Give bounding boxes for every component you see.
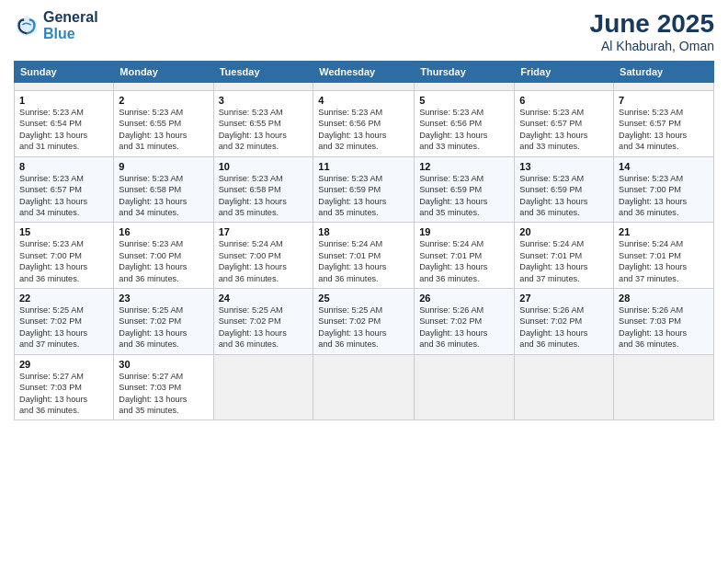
day-info: Sunrise: 5:23 AM Sunset: 6:58 PM Dayligh… (219, 173, 309, 219)
day-info: Sunrise: 5:23 AM Sunset: 6:59 PM Dayligh… (519, 173, 609, 219)
calendar-cell: 22Sunrise: 5:25 AM Sunset: 7:02 PM Dayli… (15, 289, 114, 355)
calendar-cell (614, 83, 714, 91)
calendar-cell: 12Sunrise: 5:23 AM Sunset: 6:59 PM Dayli… (415, 156, 515, 223)
calendar-cell (213, 354, 313, 420)
calendar-cell: 21Sunrise: 5:24 AM Sunset: 7:01 PM Dayli… (614, 223, 714, 289)
calendar-cell: 13Sunrise: 5:23 AM Sunset: 6:59 PM Dayli… (515, 156, 614, 223)
day-info: Sunrise: 5:24 AM Sunset: 7:00 PM Dayligh… (219, 238, 309, 284)
calendar-cell (415, 83, 515, 91)
day-number: 22 (19, 293, 108, 304)
calendar-cell: 3Sunrise: 5:23 AM Sunset: 6:55 PM Daylig… (213, 91, 313, 157)
day-info: Sunrise: 5:23 AM Sunset: 6:55 PM Dayligh… (219, 107, 309, 153)
day-info: Sunrise: 5:23 AM Sunset: 6:59 PM Dayligh… (419, 173, 509, 219)
day-info: Sunrise: 5:23 AM Sunset: 6:57 PM Dayligh… (619, 107, 709, 153)
calendar-cell: 10Sunrise: 5:23 AM Sunset: 6:58 PM Dayli… (213, 156, 313, 223)
calendar-cell: 23Sunrise: 5:25 AM Sunset: 7:02 PM Dayli… (114, 289, 213, 355)
day-number: 23 (119, 293, 208, 304)
calendar-cell: 16Sunrise: 5:23 AM Sunset: 7:00 PM Dayli… (114, 223, 213, 289)
day-info: Sunrise: 5:23 AM Sunset: 7:00 PM Dayligh… (619, 173, 709, 219)
calendar-cell: 17Sunrise: 5:24 AM Sunset: 7:00 PM Dayli… (213, 223, 313, 289)
day-info: Sunrise: 5:25 AM Sunset: 7:02 PM Dayligh… (318, 304, 409, 350)
day-info: Sunrise: 5:23 AM Sunset: 6:54 PM Dayligh… (19, 107, 108, 153)
day-info: Sunrise: 5:24 AM Sunset: 7:01 PM Dayligh… (619, 238, 709, 284)
day-number: 17 (219, 226, 309, 237)
calendar-cell (614, 354, 714, 420)
weekday-header-monday: Monday (114, 62, 213, 83)
day-number: 30 (119, 359, 208, 370)
calendar-cell (213, 83, 313, 91)
calendar-cell: 25Sunrise: 5:25 AM Sunset: 7:02 PM Dayli… (313, 289, 415, 355)
title-area: June 2025 Al Khaburah, Oman (590, 9, 714, 53)
main-title: June 2025 (590, 9, 714, 39)
subtitle: Al Khaburah, Oman (590, 39, 714, 53)
calendar-cell (415, 354, 515, 420)
day-number: 28 (619, 293, 709, 304)
day-info: Sunrise: 5:23 AM Sunset: 7:00 PM Dayligh… (19, 238, 108, 284)
calendar-cell (313, 83, 415, 91)
calendar-cell (515, 354, 614, 420)
day-number: 8 (19, 161, 108, 172)
day-number: 16 (119, 226, 208, 237)
calendar-cell: 18Sunrise: 5:24 AM Sunset: 7:01 PM Dayli… (313, 223, 415, 289)
calendar-cell: 9Sunrise: 5:23 AM Sunset: 6:58 PM Daylig… (114, 156, 213, 223)
day-info: Sunrise: 5:26 AM Sunset: 7:02 PM Dayligh… (519, 304, 609, 350)
day-number: 25 (318, 293, 409, 304)
day-number: 15 (19, 226, 108, 237)
day-number: 27 (519, 293, 609, 304)
day-number: 12 (419, 161, 509, 172)
day-number: 14 (619, 161, 709, 172)
calendar-cell: 14Sunrise: 5:23 AM Sunset: 7:00 PM Dayli… (614, 156, 714, 223)
day-number: 10 (219, 161, 309, 172)
day-info: Sunrise: 5:24 AM Sunset: 7:01 PM Dayligh… (519, 238, 609, 284)
weekday-header-thursday: Thursday (415, 62, 515, 83)
logo: General Blue (14, 9, 98, 42)
calendar-cell (15, 83, 114, 91)
day-info: Sunrise: 5:23 AM Sunset: 6:56 PM Dayligh… (419, 107, 509, 153)
day-info: Sunrise: 5:25 AM Sunset: 7:02 PM Dayligh… (119, 304, 208, 350)
calendar-cell: 27Sunrise: 5:26 AM Sunset: 7:02 PM Dayli… (515, 289, 614, 355)
day-number: 11 (318, 161, 409, 172)
day-info: Sunrise: 5:26 AM Sunset: 7:03 PM Dayligh… (619, 304, 709, 350)
calendar-cell: 29Sunrise: 5:27 AM Sunset: 7:03 PM Dayli… (15, 354, 114, 420)
day-info: Sunrise: 5:27 AM Sunset: 7:03 PM Dayligh… (19, 371, 108, 417)
day-number: 21 (619, 226, 709, 237)
day-info: Sunrise: 5:23 AM Sunset: 6:57 PM Dayligh… (19, 173, 108, 219)
weekday-header-saturday: Saturday (614, 62, 714, 83)
day-number: 2 (119, 95, 208, 106)
weekday-header-wednesday: Wednesday (313, 62, 415, 83)
day-number: 24 (219, 293, 309, 304)
header: General Blue June 2025 Al Khaburah, Oman (14, 9, 714, 53)
day-info: Sunrise: 5:24 AM Sunset: 7:01 PM Dayligh… (419, 238, 509, 284)
day-number: 7 (619, 95, 709, 106)
day-number: 18 (318, 226, 409, 237)
day-number: 26 (419, 293, 509, 304)
day-number: 20 (519, 226, 609, 237)
day-number: 13 (519, 161, 609, 172)
day-info: Sunrise: 5:23 AM Sunset: 6:59 PM Dayligh… (318, 173, 409, 219)
calendar-cell: 2Sunrise: 5:23 AM Sunset: 6:55 PM Daylig… (114, 91, 213, 157)
day-number: 19 (419, 226, 509, 237)
day-number: 3 (219, 95, 309, 106)
day-info: Sunrise: 5:23 AM Sunset: 6:55 PM Dayligh… (119, 107, 208, 153)
day-info: Sunrise: 5:23 AM Sunset: 6:56 PM Dayligh… (318, 107, 409, 153)
day-number: 5 (419, 95, 509, 106)
page: General Blue June 2025 Al Khaburah, Oman… (0, 0, 728, 563)
calendar-cell: 7Sunrise: 5:23 AM Sunset: 6:57 PM Daylig… (614, 91, 714, 157)
calendar-cell: 11Sunrise: 5:23 AM Sunset: 6:59 PM Dayli… (313, 156, 415, 223)
day-info: Sunrise: 5:23 AM Sunset: 6:57 PM Dayligh… (519, 107, 609, 153)
calendar-cell (313, 354, 415, 420)
weekday-header-tuesday: Tuesday (213, 62, 313, 83)
calendar-cell: 5Sunrise: 5:23 AM Sunset: 6:56 PM Daylig… (415, 91, 515, 157)
calendar-cell: 30Sunrise: 5:27 AM Sunset: 7:03 PM Dayli… (114, 354, 213, 420)
day-info: Sunrise: 5:25 AM Sunset: 7:02 PM Dayligh… (19, 304, 108, 350)
calendar-cell (114, 83, 213, 91)
logo-text: General Blue (43, 9, 98, 42)
day-info: Sunrise: 5:23 AM Sunset: 7:00 PM Dayligh… (119, 238, 208, 284)
day-number: 6 (519, 95, 609, 106)
calendar-cell: 4Sunrise: 5:23 AM Sunset: 6:56 PM Daylig… (313, 91, 415, 157)
calendar-cell: 28Sunrise: 5:26 AM Sunset: 7:03 PM Dayli… (614, 289, 714, 355)
day-info: Sunrise: 5:25 AM Sunset: 7:02 PM Dayligh… (219, 304, 309, 350)
day-info: Sunrise: 5:24 AM Sunset: 7:01 PM Dayligh… (318, 238, 409, 284)
day-number: 29 (19, 359, 108, 370)
day-info: Sunrise: 5:23 AM Sunset: 6:58 PM Dayligh… (119, 173, 208, 219)
